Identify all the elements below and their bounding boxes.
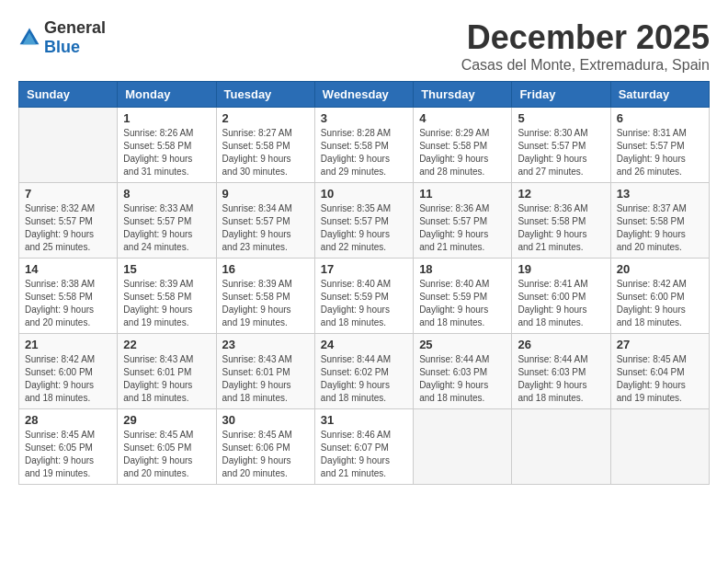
day-info: Sunrise: 8:44 AM Sunset: 6:03 PM Dayligh… (419, 353, 506, 405)
calendar-cell (414, 409, 512, 485)
calendar-cell: 12Sunrise: 8:36 AM Sunset: 5:58 PM Dayli… (512, 183, 610, 259)
calendar-cell (19, 108, 118, 183)
day-number: 2 (222, 111, 309, 125)
calendar-cell: 28Sunrise: 8:45 AM Sunset: 6:05 PM Dayli… (19, 409, 118, 485)
calendar-week-row: 7Sunrise: 8:32 AM Sunset: 5:57 PM Daylig… (19, 183, 710, 259)
day-number: 31 (321, 413, 407, 427)
day-number: 19 (518, 262, 604, 276)
day-info: Sunrise: 8:40 AM Sunset: 5:59 PM Dayligh… (419, 278, 506, 329)
calendar-cell: 22Sunrise: 8:43 AM Sunset: 6:01 PM Dayli… (118, 334, 216, 409)
day-info: Sunrise: 8:28 AM Sunset: 5:58 PM Dayligh… (321, 127, 407, 178)
calendar-cell: 30Sunrise: 8:45 AM Sunset: 6:06 PM Dayli… (216, 409, 314, 485)
logo-blue: Blue (44, 38, 80, 56)
calendar-header-tuesday: Tuesday (216, 82, 314, 108)
day-number: 30 (222, 413, 309, 427)
day-info: Sunrise: 8:27 AM Sunset: 5:58 PM Dayligh… (222, 127, 309, 178)
day-info: Sunrise: 8:34 AM Sunset: 5:57 PM Dayligh… (222, 202, 309, 254)
calendar-cell: 5Sunrise: 8:30 AM Sunset: 5:57 PM Daylig… (512, 108, 610, 183)
day-info: Sunrise: 8:36 AM Sunset: 5:58 PM Dayligh… (518, 202, 604, 254)
month-title: December 2025 (461, 18, 710, 57)
day-info: Sunrise: 8:32 AM Sunset: 5:57 PM Dayligh… (25, 202, 111, 254)
calendar-cell: 24Sunrise: 8:44 AM Sunset: 6:02 PM Dayli… (314, 334, 413, 409)
calendar-cell: 14Sunrise: 8:38 AM Sunset: 5:58 PM Dayli… (19, 259, 118, 334)
title-section: December 2025 Casas del Monte, Extremadu… (461, 18, 710, 74)
calendar-cell: 26Sunrise: 8:44 AM Sunset: 6:03 PM Dayli… (512, 334, 610, 409)
day-number: 23 (222, 338, 309, 351)
day-number: 16 (222, 262, 309, 276)
calendar-week-row: 14Sunrise: 8:38 AM Sunset: 5:58 PM Dayli… (19, 259, 710, 334)
day-number: 10 (321, 187, 407, 201)
calendar-cell (512, 409, 610, 485)
calendar-body: 1Sunrise: 8:26 AM Sunset: 5:58 PM Daylig… (19, 108, 710, 485)
calendar-cell: 18Sunrise: 8:40 AM Sunset: 5:59 PM Dayli… (414, 259, 512, 334)
day-info: Sunrise: 8:31 AM Sunset: 5:57 PM Dayligh… (617, 127, 703, 178)
day-info: Sunrise: 8:43 AM Sunset: 6:01 PM Dayligh… (222, 353, 309, 405)
day-number: 17 (321, 262, 407, 276)
calendar-cell: 13Sunrise: 8:37 AM Sunset: 5:58 PM Dayli… (610, 183, 709, 259)
location-subtitle: Casas del Monte, Extremadura, Spain (461, 57, 710, 74)
day-info: Sunrise: 8:42 AM Sunset: 6:00 PM Dayligh… (25, 353, 111, 405)
calendar-cell: 25Sunrise: 8:44 AM Sunset: 6:03 PM Dayli… (414, 334, 512, 409)
day-info: Sunrise: 8:30 AM Sunset: 5:57 PM Dayligh… (518, 127, 604, 178)
day-info: Sunrise: 8:43 AM Sunset: 6:01 PM Dayligh… (123, 353, 210, 405)
day-info: Sunrise: 8:45 AM Sunset: 6:05 PM Dayligh… (123, 429, 210, 480)
calendar-cell: 9Sunrise: 8:34 AM Sunset: 5:57 PM Daylig… (216, 183, 314, 259)
calendar-header-thursday: Thursday (414, 82, 512, 108)
day-number: 27 (617, 338, 703, 351)
calendar-cell: 2Sunrise: 8:27 AM Sunset: 5:58 PM Daylig… (216, 108, 314, 183)
day-info: Sunrise: 8:37 AM Sunset: 5:58 PM Dayligh… (617, 202, 703, 254)
day-number: 29 (123, 413, 210, 427)
day-number: 9 (222, 187, 309, 201)
day-number: 20 (617, 262, 703, 276)
calendar-cell: 3Sunrise: 8:28 AM Sunset: 5:58 PM Daylig… (314, 108, 413, 183)
day-info: Sunrise: 8:45 AM Sunset: 6:06 PM Dayligh… (222, 429, 309, 480)
day-number: 24 (321, 338, 407, 351)
calendar-cell: 31Sunrise: 8:46 AM Sunset: 6:07 PM Dayli… (314, 409, 413, 485)
day-info: Sunrise: 8:44 AM Sunset: 6:03 PM Dayligh… (518, 353, 604, 405)
calendar-week-row: 1Sunrise: 8:26 AM Sunset: 5:58 PM Daylig… (19, 108, 710, 183)
day-info: Sunrise: 8:39 AM Sunset: 5:58 PM Dayligh… (123, 278, 210, 329)
logo: General Blue (18, 18, 106, 57)
logo-text: General Blue (44, 18, 106, 57)
calendar-header-row: SundayMondayTuesdayWednesdayThursdayFrid… (19, 82, 710, 108)
calendar-header-saturday: Saturday (610, 82, 709, 108)
calendar-table: SundayMondayTuesdayWednesdayThursdayFrid… (18, 81, 710, 485)
day-number: 7 (25, 187, 111, 201)
day-info: Sunrise: 8:36 AM Sunset: 5:57 PM Dayligh… (419, 202, 506, 254)
day-number: 15 (123, 262, 210, 276)
day-number: 28 (25, 413, 111, 427)
day-info: Sunrise: 8:42 AM Sunset: 6:00 PM Dayligh… (617, 278, 703, 329)
day-info: Sunrise: 8:45 AM Sunset: 6:05 PM Dayligh… (25, 429, 111, 480)
day-number: 1 (123, 111, 210, 125)
day-info: Sunrise: 8:35 AM Sunset: 5:57 PM Dayligh… (321, 202, 407, 254)
calendar-header-wednesday: Wednesday (314, 82, 413, 108)
day-number: 8 (123, 187, 210, 201)
calendar-cell: 17Sunrise: 8:40 AM Sunset: 5:59 PM Dayli… (314, 259, 413, 334)
calendar-cell: 8Sunrise: 8:33 AM Sunset: 5:57 PM Daylig… (118, 183, 216, 259)
day-number: 3 (321, 111, 407, 125)
calendar-week-row: 28Sunrise: 8:45 AM Sunset: 6:05 PM Dayli… (19, 409, 710, 485)
day-info: Sunrise: 8:39 AM Sunset: 5:58 PM Dayligh… (222, 278, 309, 329)
day-number: 14 (25, 262, 111, 276)
calendar-week-row: 21Sunrise: 8:42 AM Sunset: 6:00 PM Dayli… (19, 334, 710, 409)
day-info: Sunrise: 8:29 AM Sunset: 5:58 PM Dayligh… (419, 127, 506, 178)
logo-general: General (44, 18, 106, 37)
calendar-cell: 1Sunrise: 8:26 AM Sunset: 5:58 PM Daylig… (118, 108, 216, 183)
calendar-header-monday: Monday (118, 82, 216, 108)
day-info: Sunrise: 8:38 AM Sunset: 5:58 PM Dayligh… (25, 278, 111, 329)
calendar-cell: 21Sunrise: 8:42 AM Sunset: 6:00 PM Dayli… (19, 334, 118, 409)
day-info: Sunrise: 8:33 AM Sunset: 5:57 PM Dayligh… (123, 202, 210, 254)
calendar-cell (610, 409, 709, 485)
calendar-cell: 19Sunrise: 8:41 AM Sunset: 6:00 PM Dayli… (512, 259, 610, 334)
day-number: 12 (518, 187, 604, 201)
calendar-cell: 11Sunrise: 8:36 AM Sunset: 5:57 PM Dayli… (414, 183, 512, 259)
calendar-cell: 4Sunrise: 8:29 AM Sunset: 5:58 PM Daylig… (414, 108, 512, 183)
day-info: Sunrise: 8:41 AM Sunset: 6:00 PM Dayligh… (518, 278, 604, 329)
day-number: 13 (617, 187, 703, 201)
calendar-cell: 20Sunrise: 8:42 AM Sunset: 6:00 PM Dayli… (610, 259, 709, 334)
calendar-cell: 27Sunrise: 8:45 AM Sunset: 6:04 PM Dayli… (610, 334, 709, 409)
calendar-cell: 29Sunrise: 8:45 AM Sunset: 6:05 PM Dayli… (118, 409, 216, 485)
day-info: Sunrise: 8:44 AM Sunset: 6:02 PM Dayligh… (321, 353, 407, 405)
calendar-cell: 16Sunrise: 8:39 AM Sunset: 5:58 PM Dayli… (216, 259, 314, 334)
day-info: Sunrise: 8:26 AM Sunset: 5:58 PM Dayligh… (123, 127, 210, 178)
